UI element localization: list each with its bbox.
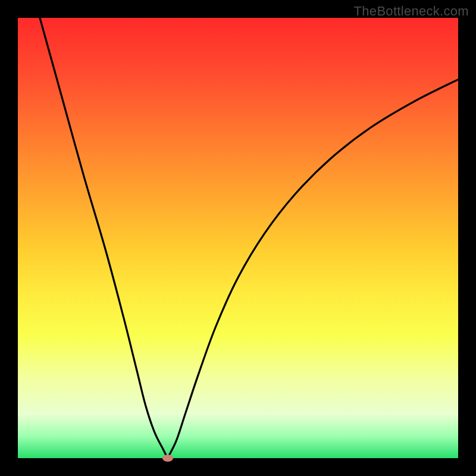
plot-area <box>18 18 458 458</box>
left-branch-path <box>40 18 168 458</box>
chart-frame: TheBottleneck.com <box>0 0 476 476</box>
bottleneck-curve <box>18 18 458 458</box>
right-branch-path <box>168 80 458 458</box>
minimum-marker <box>162 455 173 462</box>
watermark-text: TheBottleneck.com <box>354 4 469 19</box>
